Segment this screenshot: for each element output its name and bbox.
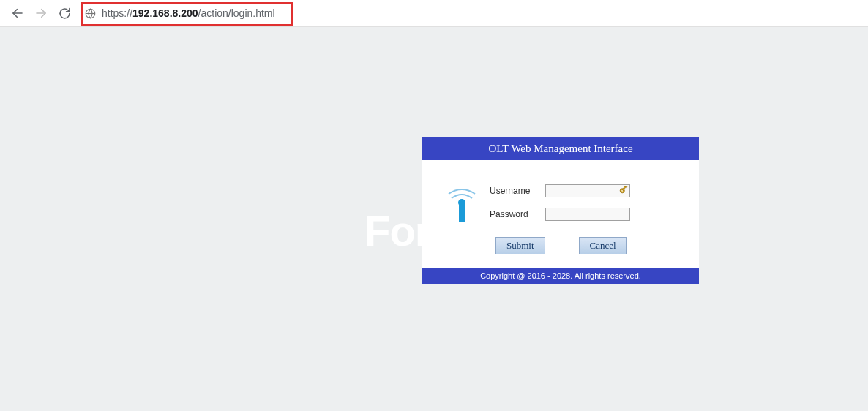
username-label: Username bbox=[490, 186, 545, 196]
password-row: Password bbox=[490, 208, 677, 221]
url-text: https://192.168.8.200/action/login.html bbox=[102, 7, 275, 19]
arrow-right-icon bbox=[34, 7, 48, 20]
login-body: Username Password Submit Cancel bbox=[422, 160, 699, 268]
address-bar[interactable]: https://192.168.8.200/action/login.html bbox=[85, 7, 859, 19]
svg-rect-5 bbox=[459, 204, 465, 222]
login-panel: OLT Web Management Interface Username bbox=[422, 137, 699, 284]
arrow-left-icon bbox=[11, 7, 24, 20]
url-path: /action/login.html bbox=[198, 7, 275, 19]
password-input[interactable] bbox=[545, 208, 630, 221]
submit-button[interactable]: Submit bbox=[495, 237, 545, 254]
page-content: ForoISP OLT Web Management Interface Use… bbox=[0, 27, 868, 411]
url-scheme: https:// bbox=[102, 7, 132, 19]
password-label: Password bbox=[490, 209, 545, 219]
forward-button[interactable] bbox=[32, 4, 50, 22]
url-domain: 192.168.8.200 bbox=[132, 7, 198, 19]
reload-icon bbox=[59, 7, 71, 20]
browser-toolbar: https://192.168.8.200/action/login.html bbox=[0, 0, 868, 27]
login-form: Username Password Submit Cancel bbox=[490, 184, 677, 254]
globe-icon bbox=[85, 8, 96, 19]
login-footer: Copyright @ 2016 - 2028. All rights rese… bbox=[422, 268, 699, 284]
back-button[interactable] bbox=[9, 4, 26, 22]
login-logo-icon bbox=[444, 184, 479, 225]
reload-button[interactable] bbox=[56, 4, 73, 22]
button-row: Submit Cancel bbox=[495, 237, 677, 254]
username-row: Username bbox=[490, 184, 677, 197]
cancel-button[interactable]: Cancel bbox=[579, 237, 627, 254]
username-input[interactable] bbox=[545, 184, 630, 197]
login-title: OLT Web Management Interface bbox=[422, 137, 699, 160]
